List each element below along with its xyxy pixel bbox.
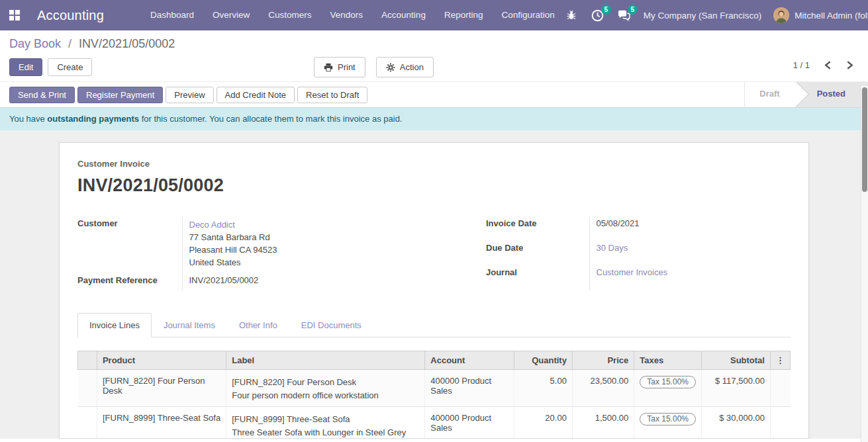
- company-switcher[interactable]: My Company (San Francisco): [644, 11, 762, 21]
- cell-account: 400000 Product Sales: [425, 370, 514, 407]
- tab-edi-documents[interactable]: EDI Documents: [289, 313, 373, 337]
- breadcrumb-current: INV/2021/05/0002: [79, 37, 175, 50]
- tab-other-info[interactable]: Other Info: [227, 313, 289, 337]
- user-avatar: [773, 7, 789, 23]
- top-menu: Dashboard Overview Customers Vendors Acc…: [141, 0, 564, 30]
- activities-clock-icon[interactable]: 5: [591, 8, 605, 22]
- customer-address-line3: United States: [189, 256, 436, 269]
- dates-field-group: Invoice Date 05/08/2021 Due Date 30 Days…: [486, 217, 791, 290]
- invoice-line-row[interactable]: [FURN_8220] Four Person Desk [FURN_8220]…: [78, 370, 791, 407]
- pager-value[interactable]: 1 / 1: [793, 60, 810, 70]
- invoice-date-value: 05/08/2021: [589, 217, 791, 242]
- optional-columns-icon[interactable]: ⋮: [770, 351, 790, 370]
- cell-product: [FURN_8999] Three-Seat Sofa: [97, 407, 226, 439]
- add-credit-note-button[interactable]: Add Credit Note: [217, 87, 295, 103]
- state-draft[interactable]: Draft: [744, 81, 795, 108]
- activity-count-badge: 5: [601, 5, 611, 15]
- form-view: Customer Invoice INV/2021/05/0002 Custom…: [0, 130, 868, 439]
- menu-vendors[interactable]: Vendors: [321, 0, 373, 30]
- print-button[interactable]: Print: [314, 57, 365, 77]
- menu-customers[interactable]: Customers: [259, 0, 320, 30]
- journal-label: Journal: [486, 266, 589, 290]
- gear-icon: [386, 63, 395, 72]
- action-button[interactable]: Action: [376, 57, 434, 77]
- user-name: Mitchell Admin (followup): [795, 11, 868, 21]
- preview-button[interactable]: Preview: [166, 87, 213, 103]
- action-button-label: Action: [400, 62, 424, 72]
- document-type-label: Customer Invoice: [77, 159, 791, 169]
- invoice-number: INV/2021/05/0002: [77, 175, 791, 196]
- control-panel: Edit Create Print: [0, 52, 868, 81]
- row-handle-cell: [78, 370, 97, 407]
- alert-text-after: for this customer. You can allocate them…: [139, 114, 402, 124]
- cell-subtotal: $ 117,500.00: [701, 370, 770, 407]
- message-count-badge: 5: [628, 5, 638, 15]
- outstanding-payments-alert: You have outstanding payments for this c…: [0, 108, 868, 130]
- cell-label-line2: Three Seater Sofa with Lounger in Steel …: [232, 426, 419, 439]
- cell-label-line1: [FURN_8220] Four Person Desk: [232, 376, 419, 389]
- breadcrumb-separator: /: [68, 37, 72, 50]
- header-taxes[interactable]: Taxes: [634, 351, 702, 370]
- invoice-date-label: Invoice Date: [486, 217, 589, 242]
- customer-label: Customer: [77, 217, 182, 274]
- messages-chat-icon[interactable]: 5: [617, 8, 632, 22]
- menu-overview[interactable]: Overview: [203, 0, 259, 30]
- menu-reporting[interactable]: Reporting: [435, 0, 493, 30]
- tab-journal-items[interactable]: Journal Items: [152, 313, 227, 337]
- vertical-scrollbar[interactable]: [861, 86, 868, 442]
- header-account[interactable]: Account: [425, 351, 514, 370]
- reset-to-draft-button[interactable]: Reset to Draft: [297, 87, 367, 103]
- customer-address-line1: 77 Santa Barbara Rd: [189, 231, 436, 243]
- customer-field-group: Customer Deco Addict 77 Santa Barbara Rd…: [77, 217, 435, 290]
- debug-bug-icon[interactable]: [564, 8, 579, 22]
- invoice-line-row[interactable]: [FURN_8999] Three-Seat Sofa [FURN_8999] …: [78, 407, 791, 439]
- payment-reference-label: Payment Reference: [77, 274, 182, 290]
- user-menu[interactable]: Mitchell Admin (followup): [773, 7, 868, 23]
- header-label[interactable]: Label: [226, 351, 425, 370]
- invoice-lines-table: Product Label Account Quantity Price Tax…: [77, 351, 791, 439]
- header-price[interactable]: Price: [572, 351, 634, 370]
- tax-badge: Tax 15.00%: [640, 376, 696, 388]
- cell-account: 400000 Product Sales: [425, 407, 514, 439]
- breadcrumb: Day Book / INV/2021/05/0002: [0, 30, 868, 52]
- breadcrumb-parent[interactable]: Day Book: [9, 37, 61, 50]
- due-date-label: Due Date: [486, 242, 589, 266]
- header-product[interactable]: Product: [97, 351, 226, 370]
- scrollbar-thumb[interactable]: [862, 87, 867, 192]
- table-header-row: Product Label Account Quantity Price Tax…: [78, 351, 791, 370]
- create-button[interactable]: Create: [48, 58, 92, 76]
- cell-product: [FURN_8220] Four Person Desk: [97, 370, 226, 407]
- cell-quantity: 20.00: [514, 407, 572, 439]
- tab-invoice-lines[interactable]: Invoice Lines: [77, 313, 152, 337]
- alert-text-before: You have: [9, 114, 47, 124]
- header-handle: [78, 351, 97, 370]
- due-date-link[interactable]: 30 Days: [597, 243, 628, 253]
- header-quantity[interactable]: Quantity: [514, 351, 572, 370]
- cell-label-line2: Four person modern office workstation: [232, 389, 419, 402]
- invoice-sheet: Customer Invoice INV/2021/05/0002 Custom…: [59, 142, 809, 439]
- pager-next-icon[interactable]: [846, 61, 853, 69]
- alert-text-bold: outstanding payments: [47, 114, 139, 124]
- cell-label-line1: [FURN_8999] Three-Seat Sofa: [232, 413, 419, 426]
- send-and-print-button[interactable]: Send & Print: [9, 87, 75, 103]
- pager-previous-icon[interactable]: [824, 61, 832, 69]
- customer-link[interactable]: Deco Addict: [189, 218, 436, 231]
- menu-dashboard[interactable]: Dashboard: [141, 0, 203, 30]
- cell-price: 23,500.00: [572, 370, 634, 407]
- tax-badge: Tax 15.00%: [640, 413, 696, 425]
- cell-price: 1,500.00: [572, 407, 634, 439]
- menu-configuration[interactable]: Configuration: [492, 0, 563, 30]
- register-payment-button[interactable]: Register Payment: [77, 87, 163, 103]
- notebook-tabs: Invoice Lines Journal Items Other Info E…: [77, 313, 791, 337]
- journal-link[interactable]: Customer Invoices: [597, 267, 668, 277]
- menu-accounting[interactable]: Accounting: [372, 0, 435, 30]
- cell-quantity: 5.00: [514, 370, 572, 407]
- row-handle-cell: [78, 407, 97, 439]
- header-subtotal[interactable]: Subtotal: [701, 351, 770, 370]
- apps-menu-icon[interactable]: [9, 10, 20, 21]
- payment-reference-value: INV/2021/05/0002: [182, 274, 435, 290]
- printer-icon: [324, 63, 333, 72]
- edit-button[interactable]: Edit: [9, 58, 42, 76]
- app-brand[interactable]: Accounting: [37, 8, 104, 23]
- state-widget: Draft Posted: [744, 81, 868, 108]
